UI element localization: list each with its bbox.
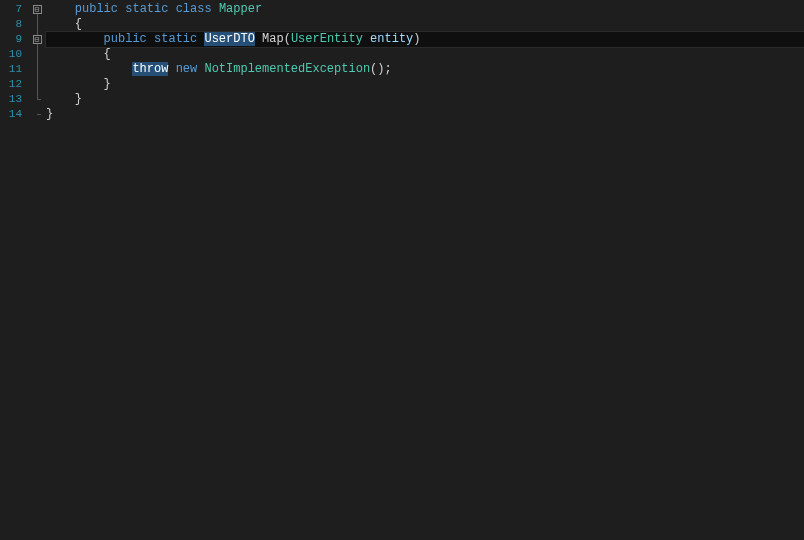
- line-number-gutter: 7 8 9 10 11 12 13 14: [0, 0, 28, 540]
- code-line[interactable]: {: [46, 17, 804, 32]
- line-number: 12: [0, 77, 28, 92]
- line-number: 14: [0, 107, 28, 122]
- fold-toggle-icon[interactable]: ⊟: [33, 5, 42, 14]
- line-number: 13: [0, 92, 28, 107]
- code-line[interactable]: public static class Mapper: [46, 2, 804, 17]
- line-number: 11: [0, 62, 28, 77]
- line-number: 10: [0, 47, 28, 62]
- code-area[interactable]: public static class Mapper { public stat…: [46, 0, 804, 540]
- code-line[interactable]: }: [46, 77, 804, 92]
- fold-toggle-icon[interactable]: ⊟: [33, 35, 42, 44]
- line-number: 7: [0, 2, 28, 17]
- code-line-current[interactable]: public static UserDTO Map(UserEntity ent…: [46, 32, 804, 47]
- line-number: 9: [0, 32, 28, 47]
- fold-gutter: ⊟ ⊟: [28, 0, 46, 540]
- code-line[interactable]: }: [46, 107, 804, 122]
- code-line[interactable]: }: [46, 92, 804, 107]
- code-editor[interactable]: 7 8 9 10 11 12 13 14 ⊟ ⊟ public static c…: [0, 0, 804, 540]
- code-line[interactable]: {: [46, 47, 804, 62]
- highlight: throw: [132, 62, 168, 76]
- code-line[interactable]: throw new NotImplementedException();: [46, 62, 804, 77]
- line-number: 8: [0, 17, 28, 32]
- selection: UserDTO: [204, 32, 254, 46]
